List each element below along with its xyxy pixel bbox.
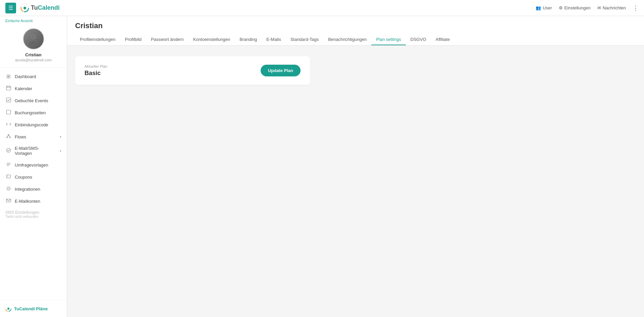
update-plan-button[interactable]: Update Plan xyxy=(261,65,301,76)
sidebar-email: ayuda@tucalendi.com xyxy=(15,58,52,62)
plan-name: Basic xyxy=(85,70,107,77)
sidebar-item-integrationen[interactable]: Integrationen xyxy=(0,183,67,195)
tab-profileinstellungen[interactable]: Profileinstellungen xyxy=(75,34,120,45)
messages-link[interactable]: ✉ Nachrichten xyxy=(597,5,626,10)
sidebar-item-label: E-Mail/SMS-Vorlagen xyxy=(15,146,56,156)
tucalendi-plans-icon xyxy=(5,306,11,312)
logo-text: TuCalendi xyxy=(31,4,60,11)
sidebar-profile: Cristian ayuda@tucalendi.com xyxy=(0,24,67,68)
sidebar-item-label: Buchungsseiten xyxy=(15,110,61,115)
sms-settings-label: SMS Einstellungen xyxy=(5,210,61,215)
user-menu[interactable]: 👥 User xyxy=(536,5,552,10)
mail-icon xyxy=(5,198,11,204)
svg-point-30 xyxy=(7,308,9,310)
tab-benachrichtigungen[interactable]: Benachrichtigungen xyxy=(323,34,371,45)
sidebar-item-dashboard[interactable]: ⊞ Dashboard xyxy=(0,70,67,82)
flows-icon xyxy=(5,134,11,140)
svg-rect-23 xyxy=(6,175,10,178)
sidebar-item-label: Integrationen xyxy=(15,187,61,192)
sidebar-item-label: Einbindungscode xyxy=(15,122,61,127)
sidebar-item-label: Umfragevorlagen xyxy=(15,163,61,168)
tab-kontoeinstellungen[interactable]: Kontoeinstellungen xyxy=(189,34,235,45)
tab-emails[interactable]: E-Mails xyxy=(262,34,285,45)
avatar-placeholder xyxy=(23,28,44,50)
topbar-right: 👥 User ⚙ Einstellungen ✉ Nachrichten ⋮ xyxy=(536,4,639,12)
logo-icon xyxy=(20,3,30,13)
layout: Einfache Ansicht Cristian ayuda@tucalend… xyxy=(0,16,644,317)
sidebar-item-umfragevorlagen[interactable]: Umfragevorlagen xyxy=(0,159,67,171)
sidebar-item-einbindungscode[interactable]: Einbindungscode xyxy=(0,119,67,131)
more-button[interactable]: ⋮ xyxy=(633,4,639,12)
sidebar-item-label: Gebuchte Events xyxy=(15,98,61,103)
sidebar: Einfache Ansicht Cristian ayuda@tucalend… xyxy=(0,16,67,317)
sidebar-item-gebuchte-events[interactable]: Gebuchte Events xyxy=(0,94,67,107)
code-icon xyxy=(5,122,11,128)
topbar-left: ☰ TuCalendi xyxy=(5,3,60,13)
template-icon xyxy=(5,148,11,154)
integrations-icon xyxy=(5,186,11,192)
svg-point-16 xyxy=(9,137,10,138)
topbar: ☰ TuCalendi 👥 User ⚙ Einstellungen ✉ Nac… xyxy=(0,0,644,16)
sidebar-username: Cristian xyxy=(25,52,41,57)
svg-point-25 xyxy=(7,188,9,190)
sidebar-item-label: E-Mailkonten xyxy=(15,199,61,204)
user-icon: 👥 xyxy=(536,5,541,10)
dashboard-icon: ⊞ xyxy=(5,73,11,79)
sidebar-item-label: Kalender xyxy=(15,86,61,91)
survey-icon xyxy=(5,162,11,168)
chevron-down-icon: ▾ xyxy=(60,135,61,139)
svg-point-3 xyxy=(23,7,26,9)
sidebar-item-email-sms-vorlagen[interactable]: E-Mail/SMS-Vorlagen ▾ xyxy=(0,143,67,159)
sidebar-item-sms: SMS Einstellungen Twilio nicht verbunden xyxy=(0,207,67,221)
menu-button[interactable]: ☰ xyxy=(5,3,16,13)
sidebar-item-coupons[interactable]: Coupons xyxy=(0,171,67,183)
sidebar-item-buchungsseiten[interactable]: Buchungsseiten xyxy=(0,107,67,119)
calendar-icon xyxy=(5,85,11,91)
coupon-icon xyxy=(5,174,11,180)
chevron-down-icon: ▾ xyxy=(60,149,61,153)
sidebar-nav: ⊞ Dashboard Kalender Gebuchte Events Bu xyxy=(0,68,67,300)
sidebar-item-kalender[interactable]: Kalender xyxy=(0,82,67,94)
svg-point-15 xyxy=(6,137,7,138)
svg-rect-13 xyxy=(6,110,10,114)
plans-label: TuCalendi Pläne xyxy=(14,306,48,311)
logo: TuCalendi xyxy=(20,3,60,13)
sidebar-item-label: Coupons xyxy=(15,175,61,180)
sidebar-item-flows[interactable]: Flows ▾ xyxy=(0,131,67,143)
sidebar-item-label: Flows xyxy=(15,134,56,139)
page-header: Cristian Profileinstellungen Profilbild … xyxy=(67,16,644,46)
gear-icon: ⚙ xyxy=(559,5,563,10)
tab-dsgvo[interactable]: DSGVO xyxy=(406,34,431,45)
hamburger-icon: ☰ xyxy=(8,5,13,11)
svg-line-18 xyxy=(8,135,10,137)
svg-rect-8 xyxy=(6,86,11,90)
page-content: Aktueller Plan Basic Update Plan xyxy=(67,46,644,317)
simple-view-label[interactable]: Einfache Ansicht xyxy=(0,16,67,24)
page-title: Cristian xyxy=(75,21,636,30)
avatar xyxy=(23,28,44,50)
main-content: Cristian Profileinstellungen Profilbild … xyxy=(67,16,644,317)
plans-link[interactable]: TuCalendi Pläne xyxy=(5,306,61,312)
sidebar-item-label: Dashboard xyxy=(15,74,61,79)
envelope-icon: ✉ xyxy=(597,5,601,10)
svg-line-17 xyxy=(7,135,9,137)
avatar-svg xyxy=(27,32,40,46)
tab-standard-tags[interactable]: Standard-Tags xyxy=(286,34,324,45)
plan-label: Aktueller Plan xyxy=(85,64,107,68)
tabs: Profileinstellungen Profilbild Passwort … xyxy=(75,34,636,45)
pages-icon xyxy=(5,110,11,116)
twilio-status-label: Twilio nicht verbunden xyxy=(5,215,61,218)
tab-profilbild[interactable]: Profilbild xyxy=(120,34,146,45)
sidebar-footer: TuCalendi Pläne xyxy=(0,300,67,317)
svg-point-26 xyxy=(6,187,10,191)
tab-affiliate[interactable]: Affiliate xyxy=(431,34,454,45)
tab-passwort-aendern[interactable]: Passwort ändern xyxy=(146,34,189,45)
settings-link[interactable]: ⚙ Einstellungen xyxy=(559,5,591,10)
tab-plan-settings[interactable]: Plan settings xyxy=(371,34,406,45)
sidebar-item-e-mailkonten[interactable]: E-Mailkonten xyxy=(0,195,67,207)
svg-point-14 xyxy=(8,134,9,135)
tab-branding[interactable]: Branding xyxy=(235,34,262,45)
svg-point-7 xyxy=(29,41,38,46)
svg-point-19 xyxy=(6,148,10,152)
check-icon xyxy=(5,98,11,104)
